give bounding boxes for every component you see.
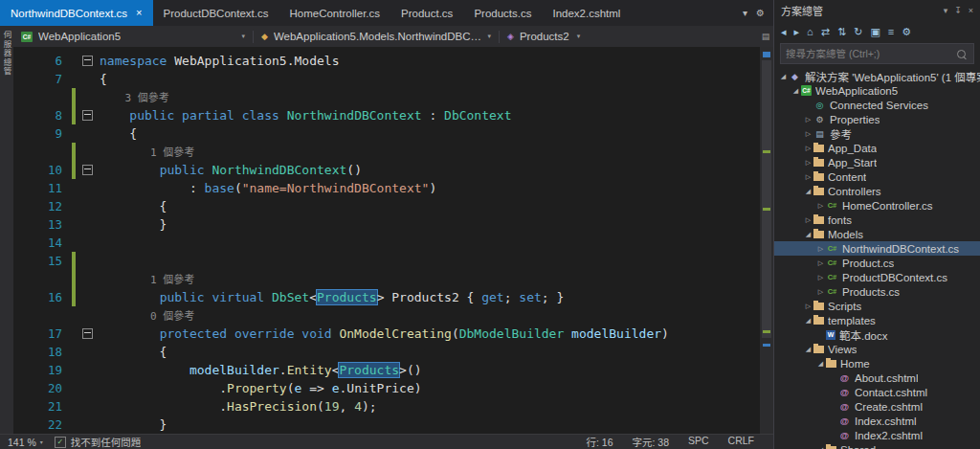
tab-product-cs[interactable]: Product.cs xyxy=(390,0,463,26)
tree-item-views[interactable]: ◢Views xyxy=(774,342,980,356)
tree-item-product-cs[interactable]: ▷C#Product.cs xyxy=(774,256,980,270)
tree-item-index2-cshtml[interactable]: @Index2.cshtml xyxy=(774,428,980,442)
change-margin xyxy=(69,234,78,252)
chevron-expanded-icon[interactable]: ◢ xyxy=(815,446,826,449)
chevron-collapsed-icon[interactable]: ▷ xyxy=(815,288,826,296)
tree-item-home[interactable]: ◢Home xyxy=(774,356,980,370)
tree-item-connected-services[interactable]: ◎Connected Services xyxy=(774,98,980,112)
tree-item-productdbcontext-cs[interactable]: ▷C#ProductDBContext.cs xyxy=(774,270,980,284)
chevron-collapsed-icon[interactable]: ▷ xyxy=(803,130,813,138)
window-settings-icon[interactable]: ⚙ xyxy=(756,8,765,18)
chevron-collapsed-icon[interactable]: ▷ xyxy=(803,173,813,181)
tab-productdbcontext-cs[interactable]: ProductDBContext.cs xyxy=(153,0,279,26)
split-window-icon[interactable]: ▤ xyxy=(758,32,773,41)
chevron-collapsed-icon[interactable]: ▷ xyxy=(803,216,813,224)
show-all-files-icon[interactable]: ≡ xyxy=(888,26,894,37)
chevron-collapsed-icon[interactable]: ▷ xyxy=(815,274,826,281)
close-icon[interactable]: × xyxy=(136,8,142,18)
tree-item-item[interactable]: ▷▤參考 xyxy=(774,126,980,141)
line-ending-indicator[interactable]: CRLF xyxy=(728,435,754,449)
chevron-collapsed-icon[interactable]: ▷ xyxy=(803,116,813,123)
fold-margin xyxy=(78,306,96,325)
tree-item-models[interactable]: ◢Models xyxy=(774,227,980,241)
change-margin xyxy=(69,361,78,379)
chevron-collapsed-icon[interactable]: ▷ xyxy=(815,202,826,210)
chevron-expanded-icon[interactable]: ◢ xyxy=(791,87,801,95)
chevron-expanded-icon[interactable]: ◢ xyxy=(803,346,813,353)
tree-item-products-cs[interactable]: ▷C#Products.cs xyxy=(774,284,980,299)
document-tabs-dropdown-icon[interactable]: ▾ xyxy=(743,8,747,18)
tree-item-northwinddbcontext-cs[interactable]: ▷C#NorthwindDBContext.cs xyxy=(774,241,980,256)
collapse-all-icon[interactable]: ▣ xyxy=(870,26,880,38)
switch-views-icon[interactable]: ⇄ xyxy=(821,26,830,38)
refresh-icon[interactable]: ↻ xyxy=(854,26,862,38)
forward-icon[interactable]: ▸ xyxy=(794,26,800,38)
solution-explorer-panel: 方案總管 ▾↧× ◂▸⌂⇄⇅↻▣≡⚙ ◢◆解決方案 'WebApplicatio… xyxy=(773,0,980,449)
change-bar xyxy=(69,88,78,106)
change-margin xyxy=(69,124,78,143)
fold-toggle[interactable] xyxy=(82,110,93,121)
chevron-expanded-icon[interactable]: ◢ xyxy=(778,73,789,80)
close-icon[interactable]: × xyxy=(969,6,973,15)
fold-toggle[interactable] xyxy=(82,165,93,175)
server-explorer-side-tab[interactable]: 伺服器總管 xyxy=(0,26,13,434)
tree-item-controllers[interactable]: ◢Controllers xyxy=(774,184,980,198)
home-icon[interactable]: ⌂ xyxy=(807,26,813,37)
code-line-21: 21 .HasPrecision(19, 4); xyxy=(13,397,760,415)
tree-item-create-cshtml[interactable]: @Create.cshtml xyxy=(774,399,980,414)
tab-northwinddbcontext-cs[interactable]: NorthwindDBContext.cs× xyxy=(0,0,153,26)
tab-homecontroller-cs[interactable]: HomeController.cs xyxy=(278,0,390,26)
chevron-collapsed-icon[interactable]: ▷ xyxy=(803,303,813,310)
member-dropdown[interactable]: ◈ Products2 ▾ xyxy=(500,26,758,47)
tree-item-properties[interactable]: ▷⚙Properties xyxy=(774,112,980,126)
tree-item-app-start[interactable]: ▷App_Start xyxy=(774,155,980,169)
tree-item-index-cshtml[interactable]: @Index.cshtml xyxy=(774,414,980,428)
error-status-indicator[interactable]: ✓ 找不到任何問題 xyxy=(55,435,142,449)
tree-item-templates[interactable]: ◢templates xyxy=(774,313,980,327)
chevron-collapsed-icon[interactable]: ▷ xyxy=(815,245,826,253)
properties-icon[interactable]: ⚙ xyxy=(902,26,911,38)
window-position-icon[interactable]: ▾ xyxy=(944,6,948,15)
tree-item-homecontroller-cs[interactable]: ▷C#HomeController.cs xyxy=(774,198,980,213)
tree-item-content[interactable]: ▷Content xyxy=(774,169,980,184)
chevron-expanded-icon[interactable]: ◢ xyxy=(815,360,826,368)
type-dropdown[interactable]: ◆ WebApplication5.Models.NorthwindDBCont… xyxy=(254,26,499,47)
fold-toggle[interactable] xyxy=(82,328,93,339)
codelens-annotation: 0 個參考 xyxy=(13,306,760,325)
tree-item-docx[interactable]: W範本.docx xyxy=(774,327,980,342)
chevron-down-icon: ▾ xyxy=(40,438,43,445)
tree-item-webapplication5[interactable]: ◢C#WebApplication5 xyxy=(774,83,980,98)
zoom-level-dropdown[interactable]: 141 % ▾ xyxy=(8,437,43,448)
chevron-collapsed-icon[interactable]: ▷ xyxy=(803,145,813,152)
code-token: >() xyxy=(399,363,421,377)
highlighted-identifier: Products xyxy=(339,363,399,377)
chevron-expanded-icon[interactable]: ◢ xyxy=(803,317,813,325)
pin-icon[interactable]: ↧ xyxy=(954,6,962,15)
chevron-expanded-icon[interactable]: ◢ xyxy=(803,231,813,238)
chevron-collapsed-icon[interactable]: ▷ xyxy=(803,159,813,167)
scrollbar-thumb[interactable] xyxy=(762,60,771,338)
tree-item-shared[interactable]: ◢Shared xyxy=(774,442,980,449)
search-input[interactable] xyxy=(781,48,957,59)
chevron-collapsed-icon[interactable]: ▷ xyxy=(815,259,826,267)
tree-item-fonts[interactable]: ▷fonts xyxy=(774,213,980,227)
fold-toggle[interactable] xyxy=(82,56,93,66)
column-indicator[interactable]: 字元: 38 xyxy=(632,435,669,449)
sync-with-active-document-icon[interactable]: ⇅ xyxy=(837,26,846,38)
project-dropdown[interactable]: C# WebApplication5 ▾ xyxy=(13,26,253,47)
tree-item-contact-cshtml[interactable]: @Contact.cshtml xyxy=(774,385,980,399)
code-area[interactable]: 6namespace WebApplication5.Models7{ 3 個參… xyxy=(13,47,760,434)
line-indicator[interactable]: 行: 16 xyxy=(586,435,612,449)
search-box[interactable] xyxy=(780,43,974,64)
tree-item-app-data[interactable]: ▷App_Data xyxy=(774,141,980,155)
tree-item-about-cshtml[interactable]: @About.cshtml xyxy=(774,370,980,385)
editor-scrollbar[interactable] xyxy=(760,47,773,434)
back-icon[interactable]: ◂ xyxy=(781,26,787,38)
tab-products-cs[interactable]: Products.cs xyxy=(463,0,542,26)
tree-item-scripts[interactable]: ▷Scripts xyxy=(774,299,980,313)
tree-item-webapplication5-1[interactable]: ◢◆解決方案 'WebApplication5' (1 個專案) xyxy=(774,69,980,83)
tab-index2-cshtml[interactable]: Index2.cshtml xyxy=(542,0,631,26)
code-token: DbSet xyxy=(272,290,309,304)
space-indicator[interactable]: SPC xyxy=(688,435,709,449)
chevron-expanded-icon[interactable]: ◢ xyxy=(803,188,813,195)
